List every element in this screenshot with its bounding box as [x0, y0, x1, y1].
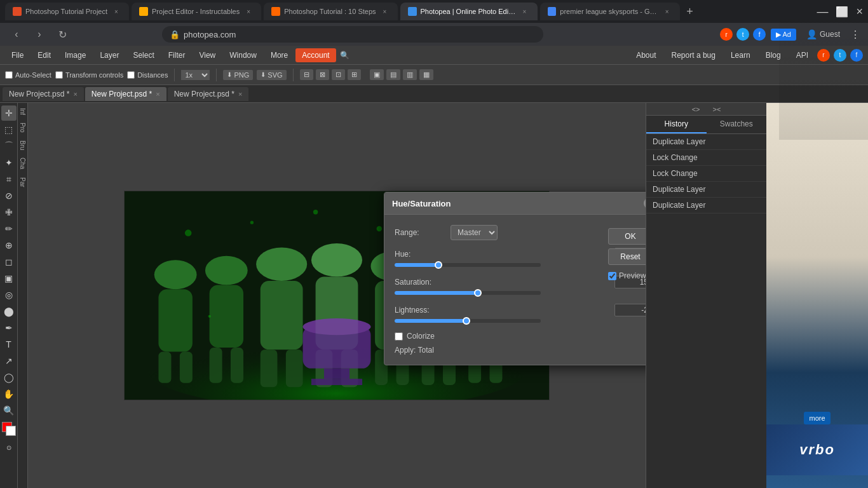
autoselect-checkbox[interactable] — [5, 71, 13, 79]
ok-button[interactable]: OK — [608, 228, 646, 245]
tool-gradient[interactable]: ▣ — [1, 271, 17, 286]
side-label-info[interactable]: Inf — [18, 105, 27, 118]
canvas-area[interactable]: Hue/Saturation × Range: Master Reds Gree… — [28, 103, 646, 488]
align-left-button[interactable]: ⊟ — [300, 69, 313, 80]
tab-close-0[interactable]: × — [111, 6, 121, 17]
tab-close-2[interactable]: × — [380, 6, 390, 17]
lightness-slider-track[interactable] — [395, 319, 541, 323]
tool-slice[interactable]: ⊘ — [1, 188, 17, 203]
reddit-icon[interactable]: r — [720, 28, 733, 41]
doc-tab-close-0[interactable]: × — [73, 90, 77, 98]
menu-more[interactable]: More — [264, 48, 294, 62]
distances-checkbox[interactable] — [127, 71, 135, 79]
history-item-1[interactable]: Lock Change — [646, 150, 766, 166]
hue-saturation-dialog[interactable]: Hue/Saturation × Range: Master Reds Gree… — [384, 192, 646, 365]
menu-layer[interactable]: Layer — [93, 48, 125, 62]
side-label-characters[interactable]: Cha — [18, 155, 27, 172]
reset-button[interactable]: Reset — [608, 248, 646, 265]
tool-wand[interactable]: ✦ — [1, 155, 17, 170]
menu-image[interactable]: Image — [58, 48, 92, 62]
tool-text[interactable]: T — [1, 337, 17, 352]
side-label-paragraph[interactable]: Par — [18, 175, 27, 190]
arrange-2-button[interactable]: ▤ — [386, 69, 400, 80]
doc-tab-2[interactable]: New Project.psd * × — [168, 87, 249, 101]
tool-crop[interactable]: ⌗ — [1, 172, 17, 187]
export-png-button[interactable]: ⬇ PNG — [223, 70, 253, 80]
side-label-properties[interactable]: Pro — [18, 120, 27, 135]
menu-account[interactable]: Account — [295, 48, 336, 62]
tool-stamp[interactable]: ⊕ — [1, 238, 17, 253]
lightness-value[interactable]: -2 — [614, 304, 646, 316]
hue-slider-track[interactable] — [395, 263, 541, 267]
search-button[interactable]: 🔍 — [337, 48, 353, 63]
menu-about[interactable]: About — [630, 48, 662, 62]
arrange-1-button[interactable]: ▣ — [370, 69, 384, 80]
tool-lasso[interactable]: ⌒ — [1, 139, 17, 154]
range-select[interactable]: Master Reds Greens Blues — [451, 225, 498, 240]
menu-file[interactable]: File — [5, 48, 30, 62]
menu-view[interactable]: View — [193, 48, 222, 62]
color-swatch[interactable] — [2, 422, 16, 436]
tool-zoom[interactable]: 🔍 — [1, 403, 17, 418]
menu-filter[interactable]: Filter — [162, 48, 192, 62]
forward-button[interactable]: › — [31, 25, 48, 43]
browser-tab-0[interactable]: Photoshop Tutorial Project × — [5, 3, 129, 20]
back-button[interactable]: ‹ — [8, 25, 25, 43]
menu-select[interactable]: Select — [126, 48, 160, 62]
browser-tab-3[interactable]: Photopea | Online Photo Edito... × — [400, 3, 538, 20]
panel-collapse-button[interactable]: <> >< — [646, 103, 766, 116]
address-bar[interactable]: 🔒 photopea.com — [162, 26, 543, 43]
dialog-close-button[interactable]: × — [644, 198, 646, 209]
doc-tab-close-1[interactable]: × — [156, 90, 159, 98]
tool-blur[interactable]: ◎ — [1, 287, 17, 302]
hue-slider-thumb[interactable] — [435, 261, 442, 269]
align-right-button[interactable]: ⊡ — [332, 69, 345, 80]
tool-pen[interactable]: ✒ — [1, 320, 17, 336]
menu-edit[interactable]: Edit — [31, 48, 57, 62]
tool-dodge[interactable]: ⬤ — [1, 304, 17, 319]
doc-tab-0[interactable]: New Project.psd * × — [3, 87, 84, 101]
tool-erase[interactable]: ◻ — [1, 254, 17, 269]
history-item-0[interactable]: Duplicate Layer — [646, 134, 766, 150]
tool-move[interactable]: ✛ — [1, 105, 17, 121]
tab-close-1[interactable]: × — [243, 6, 254, 17]
menu-report-bug[interactable]: Report a bug — [665, 48, 722, 62]
arrange-3-button[interactable]: ▥ — [403, 69, 417, 80]
align-top-button[interactable]: ⊞ — [348, 69, 361, 80]
transform-checkbox[interactable] — [55, 71, 63, 79]
history-item-4[interactable]: Duplicate Layer — [646, 198, 766, 214]
browser-tab-2[interactable]: Photoshop Tutorial : 10 Steps × — [264, 3, 397, 20]
tab-history[interactable]: History — [646, 116, 707, 133]
tool-heal[interactable]: ✙ — [1, 205, 17, 220]
history-item-2[interactable]: Lock Change — [646, 166, 766, 182]
zoom-select[interactable]: 1x 2x 0.5x — [181, 70, 210, 80]
tab-close-3[interactable]: × — [520, 6, 530, 17]
tool-brush[interactable]: ✏ — [1, 221, 17, 236]
tool-hand[interactable]: ✋ — [1, 386, 17, 402]
tool-shape[interactable]: ◯ — [1, 370, 17, 385]
export-svg-button[interactable]: ⬇ SVG — [257, 70, 286, 80]
preview-checkbox[interactable] — [608, 272, 616, 280]
tool-path-select[interactable]: ↗ — [1, 353, 17, 369]
tab-swatches[interactable]: Swatches — [707, 116, 767, 133]
reload-button[interactable]: ↻ — [53, 25, 71, 43]
new-tab-button[interactable]: + — [682, 4, 698, 19]
tool-rect-select[interactable]: ⬚ — [1, 122, 17, 137]
menu-learn[interactable]: Learn — [724, 48, 757, 62]
arrange-4-button[interactable]: ▦ — [419, 69, 433, 80]
background-color[interactable] — [6, 426, 16, 436]
doc-tab-close-2[interactable]: × — [238, 90, 242, 98]
doc-tab-1[interactable]: New Project.psd * × — [85, 87, 166, 101]
lightness-slider-thumb[interactable] — [463, 317, 470, 325]
side-label-brushes[interactable]: Bru — [18, 138, 27, 153]
align-center-button[interactable]: ⊠ — [316, 69, 329, 80]
tab-close-4[interactable]: × — [662, 6, 672, 17]
browser-tab-4[interactable]: premier league skysports - Go... × — [540, 3, 680, 20]
ad-cta[interactable]: more — [804, 412, 830, 424]
browser-tab-1[interactable]: Project Editor - Instructables × — [132, 3, 261, 20]
history-item-3[interactable]: Duplicate Layer — [646, 182, 766, 198]
saturation-slider-track[interactable] — [395, 291, 541, 295]
saturation-slider-thumb[interactable] — [474, 289, 482, 297]
menu-window[interactable]: Window — [223, 48, 263, 62]
twitter-icon[interactable]: t — [736, 28, 749, 41]
